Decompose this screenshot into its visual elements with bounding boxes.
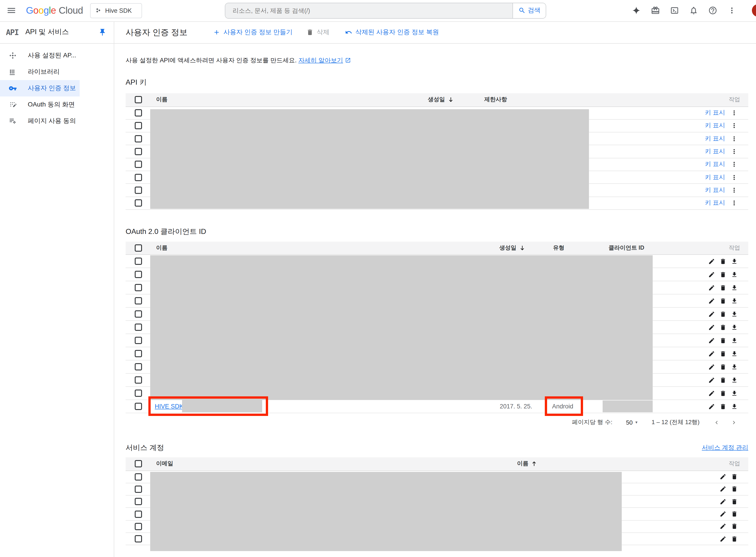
edit-icon[interactable] [720,473,726,480]
column-created[interactable]: 생성일 [499,244,525,252]
more-vert-icon[interactable] [730,199,738,207]
delete-icon[interactable] [720,363,726,370]
delete-icon[interactable] [720,311,726,317]
row-checkbox[interactable] [135,510,142,518]
row-checkbox[interactable] [135,297,142,304]
row-checkbox[interactable] [135,389,142,397]
show-key-link[interactable]: 키 표시 [705,135,725,143]
show-key-link[interactable]: 키 표시 [705,199,725,207]
row-checkbox[interactable] [135,284,142,291]
delete-icon[interactable] [720,403,726,410]
more-vert-icon[interactable] [730,186,738,194]
edit-icon[interactable] [720,486,726,493]
manage-service-accounts-link[interactable]: 서비스 계정 관리 [702,444,748,452]
delete-icon[interactable] [731,535,738,542]
row-checkbox[interactable] [135,376,142,384]
edit-icon[interactable] [708,297,715,304]
sidebar-item-library[interactable]: 라이브러리 [0,64,114,80]
row-checkbox[interactable] [135,403,142,410]
search-button[interactable]: 검색 [513,3,546,18]
delete-icon[interactable] [720,390,726,397]
restore-credentials-button[interactable]: 삭제된 사용자 인증 정보 복원 [345,28,439,36]
row-checkbox[interactable] [135,310,142,318]
delete-icon[interactable] [731,498,738,505]
delete-icon[interactable] [720,284,726,291]
row-checkbox[interactable] [135,363,142,371]
select-all-checkbox[interactable] [135,96,142,104]
edit-icon[interactable] [720,523,726,530]
project-selector[interactable]: Hive SDK [90,3,142,18]
row-checkbox[interactable] [135,122,142,129]
row-checkbox[interactable] [135,186,142,194]
show-key-link[interactable]: 키 표시 [705,186,725,194]
delete-icon[interactable] [720,258,726,265]
delete-icon[interactable] [731,486,738,493]
row-checkbox[interactable] [135,199,142,207]
next-page-icon[interactable] [730,419,737,426]
edit-icon[interactable] [708,390,715,397]
edit-icon[interactable] [708,324,715,331]
more-vert-icon[interactable] [730,109,738,117]
show-key-link[interactable]: 키 표시 [705,147,725,156]
delete-icon[interactable] [731,473,738,480]
select-all-checkbox[interactable] [135,460,142,468]
learn-more-link[interactable]: 자세히 알아보기 [298,57,343,64]
column-name[interactable]: 이름 [517,460,537,468]
edit-icon[interactable] [708,284,715,291]
show-key-link[interactable]: 키 표시 [705,160,725,169]
download-icon[interactable] [731,363,738,370]
edit-icon[interactable] [708,258,715,265]
edit-icon[interactable] [708,350,715,357]
row-checkbox[interactable] [135,135,142,142]
more-vert-icon[interactable] [727,6,736,15]
download-icon[interactable] [731,403,738,410]
notifications-icon[interactable] [689,6,698,15]
show-key-link[interactable]: 키 표시 [705,173,725,181]
gemini-sparkle-icon[interactable] [632,6,641,15]
row-checkbox[interactable] [135,473,142,480]
row-checkbox[interactable] [135,486,142,493]
more-vert-icon[interactable] [730,174,738,181]
download-icon[interactable] [731,258,738,265]
delete-icon[interactable] [731,523,738,530]
rows-per-page-select[interactable]: 50 ▾ [626,419,637,426]
avatar[interactable]: p [752,4,756,17]
row-checkbox[interactable] [135,174,142,181]
edit-icon[interactable] [708,271,715,278]
edit-icon[interactable] [708,403,715,410]
row-checkbox[interactable] [135,350,142,357]
help-icon[interactable] [708,6,717,15]
search-input[interactable] [225,3,513,18]
previous-page-icon[interactable] [713,419,720,426]
cloud-shell-icon[interactable] [670,6,679,15]
delete-icon[interactable] [720,377,726,383]
delete-button[interactable]: 삭제 [306,28,329,36]
more-vert-icon[interactable] [730,161,738,168]
edit-icon[interactable] [708,311,715,317]
create-credentials-button[interactable]: 사용자 인증 정보 만들기 [213,28,292,36]
delete-icon[interactable] [720,297,726,304]
row-checkbox[interactable] [135,148,142,155]
edit-icon[interactable] [708,377,715,383]
gift-icon[interactable] [651,6,660,15]
delete-icon[interactable] [731,510,738,518]
sidebar-item-page-usage[interactable]: 페이지 사용 동의 [0,113,114,129]
download-icon[interactable] [731,324,738,331]
download-icon[interactable] [731,377,738,383]
more-vert-icon[interactable] [730,122,738,129]
delete-icon[interactable] [720,350,726,357]
row-checkbox[interactable] [135,523,142,530]
more-vert-icon[interactable] [730,148,738,155]
download-icon[interactable] [731,390,738,397]
show-key-link[interactable]: 키 표시 [705,109,725,117]
row-checkbox[interactable] [135,109,142,117]
row-checkbox[interactable] [135,337,142,344]
edit-icon[interactable] [720,510,726,518]
delete-icon[interactable] [720,324,726,331]
sidebar-item-oauth-consent[interactable]: OAuth 동의 화면 [0,96,114,113]
edit-icon[interactable] [720,498,726,505]
edit-icon[interactable] [708,337,715,344]
row-checkbox[interactable] [135,271,142,278]
download-icon[interactable] [731,350,738,357]
more-vert-icon[interactable] [730,135,738,142]
